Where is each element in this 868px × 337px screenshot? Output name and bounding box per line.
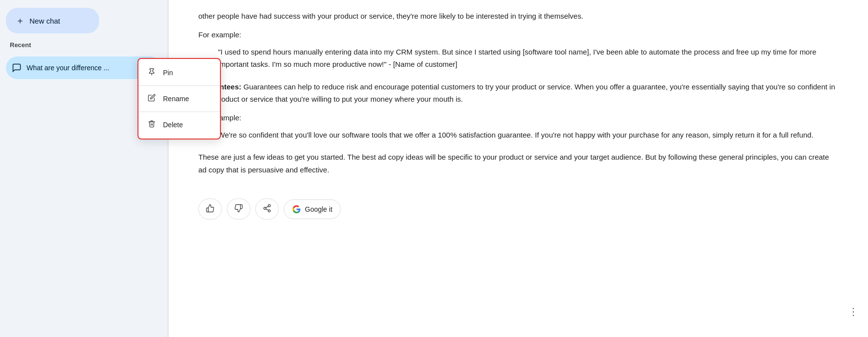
- guarantee-example-text: We're so confident that you'll love our …: [218, 129, 839, 141]
- share-button[interactable]: [255, 198, 279, 220]
- plus-icon: ＋: [16, 15, 25, 27]
- new-chat-label: New chat: [29, 17, 60, 25]
- svg-line-4: [266, 209, 268, 210]
- new-chat-button[interactable]: ＋ New chat: [6, 8, 99, 33]
- guarantees-paragraph: Guarantees: Guarantees can help to reduc…: [198, 81, 839, 106]
- pin-menu-item[interactable]: Pin: [138, 62, 220, 84]
- pin-icon: [147, 68, 156, 78]
- share-icon: [263, 204, 271, 214]
- guarantee-example-quote: We're so confident that you'll love our …: [218, 129, 839, 141]
- closing-paragraph: These are just a few ideas to get you st…: [198, 151, 839, 176]
- action-bar: Google it: [198, 198, 839, 220]
- chat-item-left: What are your difference ...: [12, 63, 141, 73]
- bottom-more-options[interactable]: ⋮: [848, 306, 858, 317]
- recent-label: Recent: [6, 41, 161, 49]
- thumbs-up-icon: [206, 204, 215, 214]
- chat-item-text: What are your difference ...: [27, 64, 109, 72]
- pin-label: Pin: [163, 69, 173, 77]
- rename-icon: [147, 94, 156, 104]
- for-example-1: For example:: [198, 30, 839, 39]
- google-icon: [292, 205, 301, 214]
- thumbs-down-button[interactable]: [227, 198, 250, 220]
- testimonial-text: "I used to spend hours manually entering…: [218, 46, 839, 71]
- for-example-2: For example:: [198, 113, 839, 122]
- testimonial-quote: "I used to spend hours manually entering…: [218, 46, 839, 71]
- main-content: other people have had success with your …: [169, 0, 868, 239]
- context-menu: Pin Rename Delete: [137, 58, 221, 140]
- thumbs-up-button[interactable]: [198, 198, 222, 220]
- rename-label: Rename: [163, 95, 189, 103]
- guarantees-body: Guarantees can help to reduce risk and e…: [198, 83, 835, 104]
- delete-menu-item[interactable]: Delete: [138, 114, 220, 136]
- svg-line-5: [266, 206, 268, 208]
- thumbs-down-icon: [234, 204, 243, 214]
- menu-divider-1: [138, 85, 220, 86]
- intro-paragraph: other people have had success with your …: [198, 10, 839, 23]
- main-wrapper: other people have had success with your …: [169, 0, 868, 337]
- google-it-label: Google it: [305, 205, 332, 213]
- google-it-button[interactable]: Google it: [284, 199, 341, 219]
- sidebar: ＋ New chat Recent What are your differen…: [0, 0, 167, 337]
- rename-menu-item[interactable]: Rename: [138, 88, 220, 110]
- chat-bubble-icon: [12, 63, 22, 73]
- menu-divider-2: [138, 112, 220, 112]
- delete-icon: [147, 120, 156, 130]
- delete-label: Delete: [163, 121, 183, 129]
